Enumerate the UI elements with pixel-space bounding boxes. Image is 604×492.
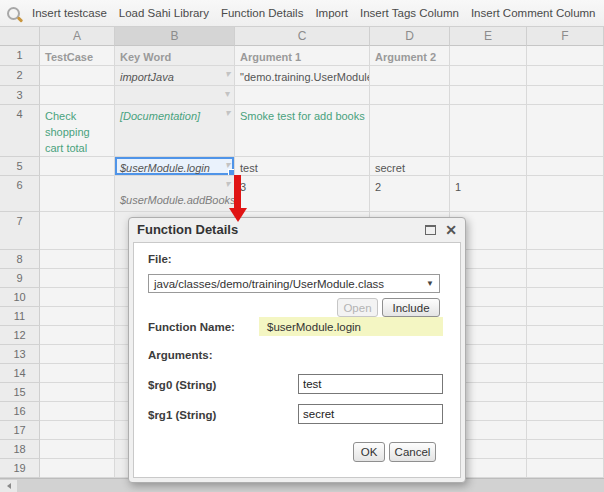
cell-F16[interactable]: [527, 402, 604, 421]
search-icon[interactable]: [7, 7, 20, 20]
col-header-B[interactable]: B: [115, 27, 235, 46]
cell-A7[interactable]: [40, 212, 115, 250]
cell-A4[interactable]: Check shopping cart total: [40, 105, 115, 157]
row-number-5[interactable]: 5: [0, 157, 40, 176]
cell-dropdown-icon[interactable]: ▾: [225, 107, 230, 119]
cell-F10[interactable]: [527, 288, 604, 307]
cell-F1[interactable]: [527, 46, 604, 66]
row-number-11[interactable]: 11: [0, 307, 40, 326]
close-icon[interactable]: ✕: [445, 223, 457, 237]
toolbar-import[interactable]: Import: [315, 7, 348, 19]
cell-B1[interactable]: Key Word: [115, 46, 235, 66]
cell-B3[interactable]: ▾: [115, 86, 235, 105]
dialog-titlebar[interactable]: Function Details ✕: [129, 218, 465, 241]
cell-F4[interactable]: [527, 105, 604, 157]
cell-C4[interactable]: Smoke test for add books: [235, 105, 370, 157]
maximize-icon[interactable]: [425, 225, 436, 235]
cell-B2[interactable]: importJava▾: [115, 66, 235, 86]
row-number-19[interactable]: 19: [0, 459, 40, 478]
toolbar-insert-tags-column[interactable]: Insert Tags Column: [360, 7, 459, 19]
row-number-13[interactable]: 13: [0, 345, 40, 364]
cell-F17[interactable]: [527, 421, 604, 440]
cell-A12[interactable]: [40, 326, 115, 345]
cell-B5[interactable]: $userModule.login▾: [115, 157, 235, 176]
cell-B6[interactable]: $userModule.addBooks▾: [115, 176, 235, 212]
cell-dropdown-icon[interactable]: ▾: [225, 88, 230, 100]
row-number-8[interactable]: 8: [0, 250, 40, 269]
cell-dropdown-icon[interactable]: ▾: [225, 178, 230, 190]
cell-D2[interactable]: [370, 66, 450, 86]
cell-A6[interactable]: [40, 176, 115, 212]
cell-D4[interactable]: [370, 105, 450, 157]
cell-F9[interactable]: [527, 269, 604, 288]
cell-C6[interactable]: 3: [235, 176, 370, 212]
toolbar-load-sahi-library[interactable]: Load Sahi Library: [119, 7, 209, 19]
arg1-input[interactable]: [298, 404, 443, 424]
cell-C3[interactable]: [235, 86, 370, 105]
row-number-18[interactable]: 18: [0, 440, 40, 459]
cell-F5[interactable]: [527, 157, 604, 176]
cell-A11[interactable]: [40, 307, 115, 326]
file-select[interactable]: java/classes/demo/training/UserModule.cl…: [148, 274, 440, 293]
cell-dropdown-icon[interactable]: ▾: [225, 68, 230, 80]
toolbar-function-details[interactable]: Function Details: [221, 7, 303, 19]
arg0-input[interactable]: [298, 374, 443, 394]
cell-F7[interactable]: [527, 212, 604, 250]
cell-F8[interactable]: [527, 250, 604, 269]
cell-A19[interactable]: [40, 459, 115, 478]
cell-A8[interactable]: [40, 250, 115, 269]
include-button[interactable]: Include: [382, 298, 440, 317]
row-number-17[interactable]: 17: [0, 421, 40, 440]
cell-E2[interactable]: [450, 66, 527, 86]
cell-A9[interactable]: [40, 269, 115, 288]
cell-D6[interactable]: 2: [370, 176, 450, 212]
toolbar-insert-testcase[interactable]: Insert testcase: [32, 7, 107, 19]
cell-D5[interactable]: secret: [370, 157, 450, 176]
row-number-12[interactable]: 12: [0, 326, 40, 345]
open-button[interactable]: Open: [337, 298, 378, 317]
cell-A18[interactable]: [40, 440, 115, 459]
cell-A2[interactable]: [40, 66, 115, 86]
cell-E5[interactable]: [450, 157, 527, 176]
cell-A5[interactable]: [40, 157, 115, 176]
cell-D3[interactable]: [370, 86, 450, 105]
row-number-6[interactable]: 6: [0, 176, 40, 212]
row-number-15[interactable]: 15: [0, 383, 40, 402]
cell-E4[interactable]: [450, 105, 527, 157]
col-header-C[interactable]: C: [235, 27, 370, 46]
cell-B4[interactable]: [Documentation]▾: [115, 105, 235, 157]
row-number-2[interactable]: 2: [0, 66, 40, 86]
col-header-D[interactable]: D: [370, 27, 450, 46]
ok-button[interactable]: OK: [353, 442, 385, 462]
row-number-14[interactable]: 14: [0, 364, 40, 383]
cell-A17[interactable]: [40, 421, 115, 440]
cancel-button[interactable]: Cancel: [389, 442, 436, 462]
cell-F14[interactable]: [527, 364, 604, 383]
cell-A1[interactable]: TestCase: [40, 46, 115, 66]
cell-C2[interactable]: "demo.training.UserModule": [235, 66, 370, 86]
cell-E3[interactable]: [450, 86, 527, 105]
cell-A15[interactable]: [40, 383, 115, 402]
row-number-16[interactable]: 16: [0, 402, 40, 421]
cell-A13[interactable]: [40, 345, 115, 364]
cell-E1[interactable]: [450, 46, 527, 66]
cell-F11[interactable]: [527, 307, 604, 326]
cell-F13[interactable]: [527, 345, 604, 364]
col-header-E[interactable]: E: [450, 27, 527, 46]
scroll-left-button[interactable]: [0, 480, 17, 492]
cell-C1[interactable]: Argument 1: [235, 46, 370, 66]
cell-F2[interactable]: [527, 66, 604, 86]
cell-A10[interactable]: [40, 288, 115, 307]
grid-corner[interactable]: [0, 27, 40, 46]
row-number-3[interactable]: 3: [0, 86, 40, 105]
row-number-4[interactable]: 4: [0, 105, 40, 157]
cell-dropdown-icon[interactable]: ▾: [225, 159, 230, 171]
cell-F6[interactable]: [527, 176, 604, 212]
toolbar-insert-comment-column[interactable]: Insert Comment Column: [471, 7, 596, 19]
cell-A14[interactable]: [40, 364, 115, 383]
cell-F12[interactable]: [527, 326, 604, 345]
cell-E6[interactable]: 1: [450, 176, 527, 212]
row-number-10[interactable]: 10: [0, 288, 40, 307]
cell-F3[interactable]: [527, 86, 604, 105]
cell-F19[interactable]: [527, 459, 604, 478]
